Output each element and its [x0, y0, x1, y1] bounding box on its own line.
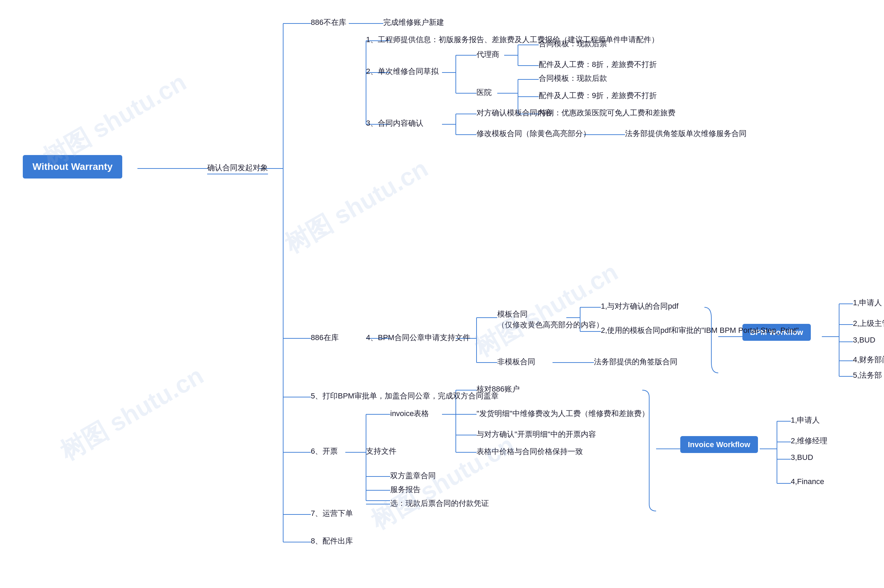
n886-not-in-stock: 886不在库: [311, 17, 346, 28]
bpm-step5: 5,法务部（模板合同不涉及法务部）: [853, 370, 884, 381]
service-report: 服务报告: [390, 484, 420, 495]
inv-step4: 4,Finance: [791, 477, 824, 486]
bpm-doc2: 2,使用的模板合同pdf和审批的"IBM BPM Portal-Step_Pri…: [601, 325, 799, 336]
step8-node: 8、配件出库: [311, 536, 353, 546]
bpm-doc1: 1,与对方确认的合同pdf: [601, 301, 678, 311]
complete-repair: 完成维修账户新建: [383, 17, 444, 28]
bpm-step4: 4,财务部门（根据合同金额进行分层审批）: [853, 355, 884, 365]
agent-node: 代理商: [477, 50, 499, 60]
inv-t2: "发货明细"中维修费改为人工费（维修费和差旅费）: [477, 408, 649, 419]
inv-step1: 1,申请人: [791, 415, 820, 425]
legal-sign: 法务部提供角签版单次维修服务合同: [625, 129, 747, 139]
confirm-contract-node: 确认合同发起对象: [207, 163, 268, 174]
bpm-step3: 3,BUD: [853, 336, 875, 345]
non-template-contract: 非模板合同: [497, 357, 535, 367]
step1-node: 1、工程师提供信息：初版服务报告、差旅费及人工费报价（建议工程师单件申请配件）: [366, 34, 659, 45]
invoice-table: invoice表格: [390, 408, 429, 419]
root-node: Without Warranty: [23, 155, 122, 178]
confirm-template: 对方确认模板合同内容: [477, 108, 552, 118]
template-contract: 模板合同 （仅修改黄色高亮部分的内容）: [497, 309, 603, 330]
step5-node: 5、打印BPM审批单，加盖合同公章，完成双方合同盖章: [311, 391, 498, 401]
inv-t1: 核对886账户: [477, 384, 520, 394]
step4-node: 4、BPM合同公章申请支持文件: [366, 333, 470, 343]
step6-node: 6、开票: [311, 446, 338, 456]
inv-step3: 3,BUD: [791, 453, 813, 462]
optional-voucher: 选：现款后票合同的付款凭证: [390, 498, 489, 508]
contract-template-1: 合同模板：现款后票: [539, 39, 607, 49]
watermark-5: 树图 shutu.cn: [365, 428, 520, 537]
inv-t3: 与对方确认"开票明细"中的开票内容: [477, 429, 596, 440]
inv-step2: 2,维修经理: [791, 436, 827, 446]
invoice-workflow-box: Invoice Workflow: [680, 440, 758, 449]
watermark-2: 树图 shutu.cn: [279, 152, 434, 261]
step3-node: 3、合同内容确认: [366, 118, 423, 129]
step2-node: 2、单次维修合同草拟: [366, 66, 438, 76]
parts-labor-1: 配件及人工费：8折，差旅费不打折: [539, 59, 657, 70]
legal-corner-sign: 法务部提供的角签版合同: [594, 357, 677, 367]
inv-t4: 表格中价格与合同价格保持一致: [477, 447, 583, 457]
bpm-step1: 1,申请人: [853, 298, 882, 308]
n886-in-stock: 886在库: [311, 333, 339, 343]
invoice-docs: 支持文件: [366, 446, 396, 456]
dual-sign: 双方盖章合同: [390, 471, 436, 481]
hospital-node: 医院: [477, 87, 492, 98]
contract-template-2: 合同模板：现款后款: [539, 73, 607, 84]
bpm-step2: 2,上级主管: [853, 318, 884, 329]
step7-node: 7、运营下单: [311, 508, 353, 519]
modify-template: 修改模板合同（除黄色高亮部分）: [477, 129, 590, 139]
special-node: 特例：优惠政策医院可免人工费和差旅费: [539, 108, 675, 118]
watermark-3: 树图 shutu.cn: [54, 359, 210, 468]
parts-labor-2: 配件及人工费：9折，差旅费不打折: [539, 90, 657, 101]
